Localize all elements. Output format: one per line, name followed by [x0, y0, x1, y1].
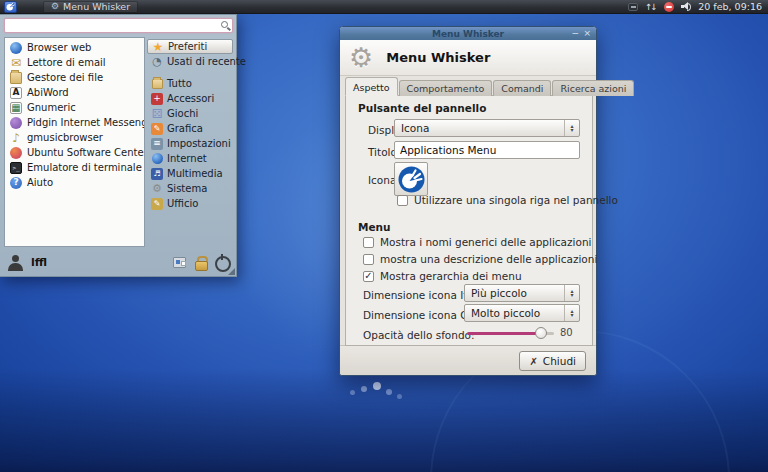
dialog-title: Menu Whisker — [386, 50, 490, 65]
description-checkbox[interactable]: mostra una descrizione delle applicazion… — [363, 253, 597, 265]
menu-bottom-bar: lffl — [0, 248, 236, 276]
generic-names-checkbox[interactable]: Mostra i nomi generici delle applicazion… — [363, 236, 591, 248]
top-panel: ⚙ Menu Whisker ↑↓ 20 feb, 09:16 — [0, 0, 768, 14]
category-giochi[interactable]: ⚄ Giochi — [147, 106, 233, 121]
whisker-menu-button[interactable] — [4, 1, 17, 13]
menu-app-software-center[interactable]: Ubuntu Software Center — [5, 145, 144, 160]
abiword-icon: A — [10, 87, 22, 99]
category-usati-di-recente[interactable]: ◔ Usati di recente — [147, 54, 233, 69]
category-internet[interactable]: Internet — [147, 151, 233, 166]
email-icon: ✉ — [10, 57, 22, 69]
taskbar-window-button[interactable]: ⚙ Menu Whisker — [43, 1, 138, 13]
file-manager-icon — [10, 72, 22, 84]
keyboard-indicator-icon[interactable] — [628, 3, 638, 11]
games-dice-icon: ⚄ — [151, 108, 163, 120]
music-player-icon: ♪ — [10, 132, 22, 144]
settings-icon: ≡ — [151, 138, 163, 150]
title-text-field[interactable] — [394, 141, 580, 159]
category-accessori[interactable]: + Accessori — [147, 91, 233, 106]
checkbox-icon — [363, 237, 374, 248]
minimize-button[interactable]: − — [571, 28, 579, 39]
panel-clock[interactable]: 20 feb, 09:16 — [698, 1, 764, 12]
menu-hierarchy-checkbox[interactable]: ✓ Mostra gerarchia dei menu — [363, 270, 522, 282]
category-icon-size-combobox[interactable]: Molto piccolo ▴▾ — [464, 304, 580, 322]
power-icon[interactable] — [215, 255, 229, 269]
whisker-menu-popup: Browser web ✉ Lettore di email Gestore d… — [0, 14, 237, 277]
wallpaper-dot — [361, 386, 367, 392]
close-dialog-button[interactable]: ✗ Chiudi — [519, 351, 586, 371]
category-preferiti[interactable]: ★ Preferiti — [147, 39, 233, 54]
lock-screen-icon[interactable] — [195, 256, 206, 269]
tab-aspetto[interactable]: Aspetto — [345, 77, 398, 96]
gear-icon: ⚙ — [51, 2, 59, 11]
spinner-arrows-icon: ▴▾ — [564, 120, 579, 136]
resize-grip[interactable] — [228, 268, 235, 275]
office-icon: ✎ — [151, 198, 163, 210]
opacity-label: Opacità dello sfondo: — [363, 329, 475, 341]
username: lffl — [31, 256, 47, 269]
wallpaper-dot — [386, 389, 392, 395]
accessories-icon: + — [151, 93, 163, 105]
category-grafica[interactable]: ✎ Grafica — [147, 121, 233, 136]
menu-app-email[interactable]: ✉ Lettore di email — [5, 55, 144, 70]
wallpaper-dot — [397, 394, 402, 399]
slider-fill — [467, 332, 541, 335]
opacity-slider[interactable] — [467, 327, 554, 339]
opacity-value: 80 — [560, 327, 573, 338]
single-row-checkbox[interactable]: Utilizzare una singola riga nel pannello — [397, 194, 618, 206]
gnumeric-icon: ▦ — [10, 102, 22, 114]
volume-icon[interactable] — [681, 2, 691, 11]
system-gear-icon: ⚙ — [151, 183, 163, 195]
window-titlebar[interactable]: Menu Whisker − × — [340, 27, 596, 40]
category-sistema[interactable]: ⚙ Sistema — [147, 181, 233, 196]
system-tray: ↑↓ 20 feb, 09:16 — [628, 1, 764, 12]
panel-icon-button[interactable] — [394, 162, 428, 196]
star-icon: ★ — [152, 41, 164, 53]
close-icon[interactable]: × — [583, 28, 591, 39]
software-center-icon — [10, 147, 22, 159]
category-list: ★ Preferiti ◔ Usati di recente Tutto + A… — [147, 39, 233, 211]
whisker-settings-window: Menu Whisker − × ⚙ Menu Whisker Aspetto … — [339, 26, 597, 376]
checkbox-checked-icon: ✓ — [363, 271, 374, 282]
terminal-icon: >_ — [10, 162, 22, 174]
item-icon-size-combobox[interactable]: Più piccolo ▴▾ — [464, 284, 580, 302]
xubuntu-logo-icon — [398, 166, 425, 193]
tab-comandi[interactable]: Comandi — [493, 80, 551, 96]
category-tutto[interactable]: Tutto — [147, 76, 233, 91]
close-x-icon: ✗ — [529, 356, 537, 367]
internet-globe-icon — [152, 153, 163, 164]
taskbar-window-label: Menu Whisker — [63, 1, 130, 12]
menu-app-abiword[interactable]: A AbiWord — [5, 85, 144, 100]
wallpaper-dot — [373, 382, 381, 390]
graphics-icon: ✎ — [151, 123, 163, 135]
menu-app-terminal[interactable]: >_ Emulatore di terminale — [5, 160, 144, 175]
category-ufficio[interactable]: ✎ Ufficio — [147, 196, 233, 211]
display-combobox[interactable]: Icona ▴▾ — [394, 119, 580, 137]
pidgin-icon — [10, 117, 22, 129]
network-arrows-icon[interactable]: ↑↓ — [645, 3, 657, 11]
section-heading-menu: Menu — [358, 221, 391, 233]
category-multimedia[interactable]: ♬ Multimedia — [147, 166, 233, 181]
slider-handle[interactable] — [535, 327, 547, 339]
menu-app-gnumeric[interactable]: ▦ Gnumeric — [5, 100, 144, 115]
checkbox-icon — [397, 195, 408, 206]
folder-icon — [152, 79, 163, 89]
menu-app-pidgin[interactable]: Pidgin Internet Messenger — [5, 115, 144, 130]
tab-bar: Aspetto Comportamento Comandi Ricerca az… — [345, 78, 634, 96]
desktop: ⚙ Menu Whisker ↑↓ 20 feb, 09:16 Browser … — [0, 0, 768, 472]
section-heading-panel-button: Pulsante del pannello — [358, 102, 486, 114]
menu-app-browser-web[interactable]: Browser web — [5, 40, 144, 55]
menu-app-gmusicbrowser[interactable]: ♪ gmusicbrowser — [5, 130, 144, 145]
search-input[interactable] — [4, 18, 233, 33]
multimedia-icon: ♬ — [151, 168, 163, 180]
spinner-arrows-icon: ▴▾ — [564, 285, 579, 301]
search-icon — [221, 21, 228, 28]
update-notifier-icon[interactable] — [664, 2, 674, 12]
menu-app-help[interactable]: ? Aiuto — [5, 175, 144, 190]
display-settings-icon[interactable] — [173, 257, 186, 268]
tab-comportamento[interactable]: Comportamento — [399, 80, 493, 96]
wallpaper-dot — [350, 390, 355, 395]
menu-app-file-manager[interactable]: Gestore dei file — [5, 70, 144, 85]
category-impostazioni[interactable]: ≡ Impostazioni — [147, 136, 233, 151]
tab-ricerca-azioni[interactable]: Ricerca azioni — [552, 80, 634, 96]
